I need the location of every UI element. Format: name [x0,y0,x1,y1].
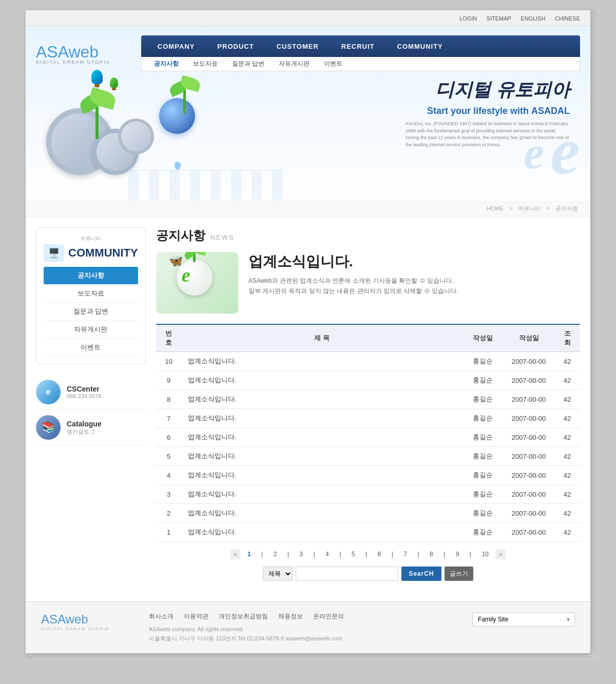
write-button[interactable]: 글쓰기 [445,566,473,581]
row-date: 2007-00-00 [503,447,554,466]
balloon-2 [110,77,118,90]
row-title-link[interactable]: 업계소식입니다. [188,414,237,422]
footer-link-row: 회사소개 이용약관 개인정보취급방침 채용정보 온라인문의 [149,612,457,621]
nav-customer[interactable]: CUSTOMER [265,43,330,50]
row-date: 2007-00-00 [503,466,554,485]
sitemap-link[interactable]: SITEMAP [487,15,511,22]
pagination-6[interactable]: 6 [374,549,385,559]
footer-family-site: Family Site ASA Web ASA Mall ▼ [472,612,575,627]
breadcrumb-home: HOME [487,205,504,211]
chinese-link[interactable]: CHINESE [555,15,580,22]
footer-links: 회사소개 이용약관 개인정보취급방침 채용정보 온라인문의 ASAweb com… [149,612,457,643]
nav-product[interactable]: PRODUCT [206,43,265,50]
top-utility-bar: LOGIN SITEMAP ENGLISH CHINESE [26,10,590,26]
pagination: « 1 | 2 | 3 | 4 | 5 | 6 | 7 | 8 | 9 | 10 [156,549,580,559]
pagination-9[interactable]: 9 [452,549,463,559]
sidebar-menu: 공지사항 보도자료 질문과 답변 자유게시판 이벤트 [44,267,138,357]
row-title-link[interactable]: 업계소식입니다. [188,509,237,517]
row-author: 홍길순 [462,504,503,523]
search-button[interactable]: SearCH [401,566,441,581]
row-date: 2007-00-00 [503,504,554,523]
footer-link-contact[interactable]: 온라인문의 [313,612,344,621]
sidebar-menu-link-qna[interactable]: 질문과 답변 [44,303,138,320]
catalogue-title: Catalogue [67,420,102,428]
pagination-3[interactable]: 3 [296,549,306,559]
row-title-link[interactable]: 업계소식입니다. [188,376,237,384]
decorative-e-icon-2: e [524,126,544,179]
footer-link-about[interactable]: 회사소개 [149,612,174,621]
sidebar-menu-item-qna[interactable]: 질문과 답변 [44,303,138,321]
english-link[interactable]: ENGLISH [521,15,545,22]
row-title: 업계소식입니다. [182,371,462,390]
news-table: 번 호 제 목 작성일 작성일 조 회 10 업계소식입니다. 홍길순 2007… [156,324,580,542]
sidebar-menu-item-press[interactable]: 보도자료 [44,285,138,303]
plant-2 [169,72,200,113]
logo-text: ASAweb [36,43,110,62]
row-title: 업계소식입니다. [182,466,462,485]
row-author: 홍길순 [462,447,503,466]
row-title: 업계소식입니다. [182,428,462,447]
sidebar-menu-link-notice[interactable]: 공지사항 [44,267,138,284]
col-header-views: 조 회 [554,324,580,352]
search-input[interactable] [296,566,398,581]
footer-link-recruit[interactable]: 채용정보 [278,612,303,621]
sidebar-menu-item-event[interactable]: 이벤트 [44,339,138,357]
row-date: 2007-00-00 [503,409,554,428]
sidebar-menu-item-notice[interactable]: 공지사항 [44,267,138,285]
pagination-last[interactable]: » [495,549,506,559]
row-date: 2007-00-00 [503,371,554,390]
row-title: 업계소식입니다. [182,485,462,504]
pagination-sep1: | [258,549,266,559]
row-author: 홍길순 [462,390,503,409]
hero-description: ASADAL Inc. (FOUNDED 1997) started its b… [406,121,570,148]
row-title-link[interactable]: 업계소식입니다. [188,395,237,403]
table-row: 6 업계소식입니다. 홍길순 2007-00-00 42 [156,428,580,447]
pagination-7[interactable]: 7 [400,549,411,559]
row-title-link[interactable]: 업계소식입니다. [188,433,237,441]
row-views: 42 [554,371,580,390]
main-nav-bar: COMPANY PRODUCT CUSTOMER RECRUIT COMMUNI… [141,35,580,57]
footer-logo-tagline: DIGITAL DREAM UTOPIA [41,627,133,631]
search-bar: 제목 SearCH 글쓰기 [156,566,580,581]
breadcrumb-community: 커뮤니티 [518,205,541,211]
content-header: 공지사항 NEWS [156,227,580,244]
footer-link-privacy[interactable]: 개인정보취급방침 [219,612,268,621]
sidebar-cscenter[interactable]: e CSCenter 080.234.5678 [36,375,146,410]
pagination-10[interactable]: 10 [478,549,492,559]
row-title-link[interactable]: 업계소식입니다. [188,357,237,365]
row-num: 8 [156,390,182,409]
sidebar-menu-link-event[interactable]: 이벤트 [44,339,138,356]
table-row: 7 업계소식입니다. 홍길순 2007-00-00 42 [156,409,580,428]
row-title-link[interactable]: 업계소식입니다. [188,528,237,536]
pagination-8[interactable]: 8 [426,549,437,559]
row-title-link[interactable]: 업계소식입니다. [188,452,237,460]
pagination-first[interactable]: « [230,549,241,559]
nav-community[interactable]: COMMUNITY [386,43,454,50]
footer-link-terms[interactable]: 이용약관 [184,612,208,621]
row-title-link[interactable]: 업계소식입니다. [188,490,237,498]
row-views: 42 [554,390,580,409]
search-category-select[interactable]: 제목 [263,566,293,581]
feature-desc-1: ASAweb과 관련된 업계소식과 언론에 소개된 기사등을 확인할 수 있습니… [248,276,580,286]
pagination-4[interactable]: 4 [322,549,333,559]
balloon-decoration [91,70,103,91]
table-row: 5 업계소식입니다. 홍길순 2007-00-00 42 [156,447,580,466]
sidebar-menu-item-board[interactable]: 자유게시판 [44,321,138,339]
catalogue-info: Catalogue 렘카달로그 [67,420,102,436]
sidebar-menu-link-board[interactable]: 자유게시판 [44,321,138,338]
pagination-1[interactable]: 1 [244,549,255,559]
hero-english-text: Start your lifestyle with ASADAL [406,106,570,116]
nav-recruit[interactable]: RECRUIT [330,43,386,50]
sidebar-menu-link-press[interactable]: 보도자료 [44,285,138,302]
table-row: 2 업계소식입니다. 홍길순 2007-00-00 42 [156,504,580,523]
login-link[interactable]: LOGIN [459,15,477,22]
row-title-link[interactable]: 업계소식입니다. [188,471,237,479]
pagination-2[interactable]: 2 [270,549,281,559]
col-header-date: 작성일 [503,324,554,352]
sidebar-catalogue[interactable]: 📚 Catalogue 렘카달로그 [36,410,146,445]
pagination-5[interactable]: 5 [348,549,359,559]
family-site-select[interactable]: Family Site ASA Web ASA Mall [472,612,575,627]
logo[interactable]: ASAweb DIGITAL DREAM UTOPIA [36,43,110,65]
content-area: 공지사항 NEWS e 🦋 [156,227,580,591]
nav-company[interactable]: COMPANY [146,43,206,50]
